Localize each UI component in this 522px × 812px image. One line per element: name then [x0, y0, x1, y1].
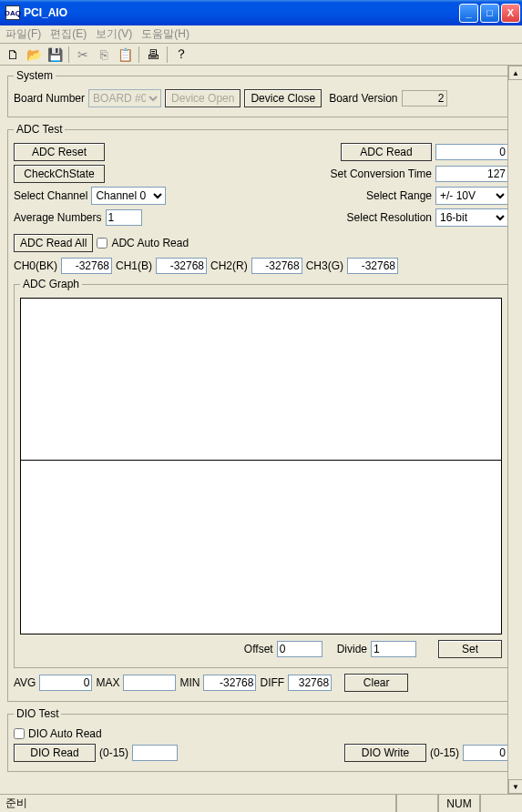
menu-view[interactable]: 보기(V)	[96, 26, 132, 42]
copy-icon[interactable]: ⎘	[95, 46, 113, 64]
ch0-label: CH0(BK)	[14, 259, 57, 272]
status-blank1	[396, 795, 438, 812]
scroll-up-icon[interactable]: ▲	[508, 66, 522, 80]
system-group: System Board Number BOARD #0 Device Open…	[7, 69, 515, 117]
adc-test-legend: ADC Test	[14, 123, 65, 136]
status-num: NUM	[438, 795, 480, 812]
adc-graph-legend: ADC Graph	[20, 278, 82, 290]
status-blank2	[480, 795, 522, 812]
scroll-down-icon[interactable]: ▼	[508, 779, 522, 794]
menubar: 파일(F) 편집(E) 보기(V) 도움말(H)	[0, 25, 522, 44]
ch2-label: CH2(R)	[210, 259, 248, 272]
board-version-label: Board Version	[329, 92, 397, 105]
device-close-button[interactable]: Device Close	[244, 89, 322, 107]
select-channel-label: Select Channel	[14, 189, 87, 202]
select-resolution-label: Select Resolution	[347, 211, 432, 224]
dio-read-field[interactable]	[132, 745, 178, 761]
help-icon[interactable]: ？	[172, 46, 190, 64]
average-numbers-field[interactable]	[106, 209, 142, 226]
ch3-label: CH3(G)	[306, 259, 343, 272]
window-title: PCI_AIO	[24, 6, 459, 19]
adc-read-all-button[interactable]: ADC Read All	[14, 234, 93, 252]
adc-test-group: ADC Test ADC Reset ADC Read CheckChState…	[7, 123, 515, 702]
offset-label: Offset	[244, 643, 273, 655]
average-numbers-label: Average Numbers	[14, 211, 102, 224]
divide-label: Divide	[337, 643, 367, 655]
system-legend: System	[14, 69, 56, 82]
ch2-field[interactable]	[251, 258, 302, 274]
dio-read-button[interactable]: DIO Read	[14, 744, 96, 762]
board-number-label: Board Number	[14, 92, 85, 105]
menu-help[interactable]: 도움말(H)	[141, 26, 189, 42]
min-field[interactable]	[203, 675, 256, 691]
content-area: System Board Number BOARD #0 Device Open…	[0, 66, 522, 794]
check-ch-state-button[interactable]: CheckChState	[14, 165, 105, 183]
print-icon[interactable]: 🖶	[144, 46, 162, 64]
dio-write-range-label: (0-15)	[430, 746, 459, 759]
set-button[interactable]: Set	[438, 640, 502, 658]
divide-field[interactable]	[371, 641, 416, 657]
board-version-field	[402, 90, 447, 107]
close-button[interactable]: X	[501, 4, 520, 23]
separator-icon	[138, 46, 139, 63]
app-icon: DAQ	[5, 5, 20, 20]
statusbar: 준비 NUM	[0, 794, 522, 812]
adc-auto-read-checkbox[interactable]	[97, 238, 107, 249]
dio-write-button[interactable]: DIO Write	[344, 744, 426, 762]
dio-write-field[interactable]	[463, 745, 508, 761]
select-range-label: Select Range	[366, 189, 432, 202]
minimize-button[interactable]: _	[459, 4, 478, 23]
titlebar: DAQ PCI_AIO _ □ X	[0, 0, 522, 25]
ch0-field[interactable]	[61, 258, 112, 274]
select-resolution-select[interactable]: 16-bit	[435, 208, 508, 227]
vertical-scrollbar[interactable]: ▲ ▼	[507, 66, 522, 794]
save-icon[interactable]: 💾	[46, 46, 64, 64]
avg-field[interactable]	[39, 675, 92, 691]
adc-graph-group: ADC Graph Offset Divide Set	[14, 278, 508, 668]
adc-read-value-field[interactable]	[435, 144, 508, 160]
adc-read-button[interactable]: ADC Read	[341, 143, 432, 161]
dio-auto-read-checkbox[interactable]	[14, 728, 25, 739]
clear-button[interactable]: Clear	[344, 674, 408, 692]
cut-icon[interactable]: ✂	[74, 46, 92, 64]
dio-test-group: DIO Test DIO Auto Read DIO Read (0-15) D…	[7, 707, 515, 772]
device-open-button: Device Open	[165, 89, 241, 107]
open-icon[interactable]: 📂	[25, 46, 43, 64]
diff-field[interactable]	[288, 675, 332, 691]
board-number-select: BOARD #0	[88, 89, 161, 107]
separator-icon	[167, 46, 168, 63]
set-conversion-time-label: Set Conversion Time	[331, 167, 432, 180]
min-label: MIN	[179, 676, 200, 689]
max-field[interactable]	[123, 675, 176, 691]
menu-edit[interactable]: 편집(E)	[50, 26, 87, 42]
status-ready: 준비	[0, 795, 396, 812]
adc-reset-button[interactable]: ADC Reset	[14, 143, 105, 161]
new-icon[interactable]: 🗋	[4, 46, 22, 64]
maximize-button[interactable]: □	[480, 4, 499, 23]
select-range-select[interactable]: +/- 10V	[435, 187, 508, 205]
adc-auto-read-label: ADC Auto Read	[111, 237, 189, 249]
menu-file[interactable]: 파일(F)	[5, 26, 41, 42]
max-label: MAX	[96, 676, 119, 689]
diff-label: DIFF	[260, 676, 284, 689]
paste-icon[interactable]: 📋	[116, 46, 134, 64]
select-channel-select[interactable]: Channel 0	[91, 187, 166, 205]
dio-test-legend: DIO Test	[14, 707, 61, 720]
dio-auto-read-label: DIO Auto Read	[28, 727, 102, 740]
ch1-label: CH1(B)	[116, 259, 152, 272]
set-conversion-time-field[interactable]	[435, 166, 508, 182]
separator-icon	[68, 46, 69, 63]
adc-graph-canvas	[20, 298, 502, 634]
ch3-field[interactable]	[347, 258, 398, 274]
dio-read-range-label: (0-15)	[99, 746, 128, 759]
toolbar: 🗋 📂 💾 ✂ ⎘ 📋 🖶 ？	[0, 44, 522, 66]
ch1-field[interactable]	[156, 258, 207, 274]
offset-field[interactable]	[277, 641, 322, 657]
avg-label: AVG	[14, 676, 36, 689]
graph-midline	[21, 460, 501, 461]
